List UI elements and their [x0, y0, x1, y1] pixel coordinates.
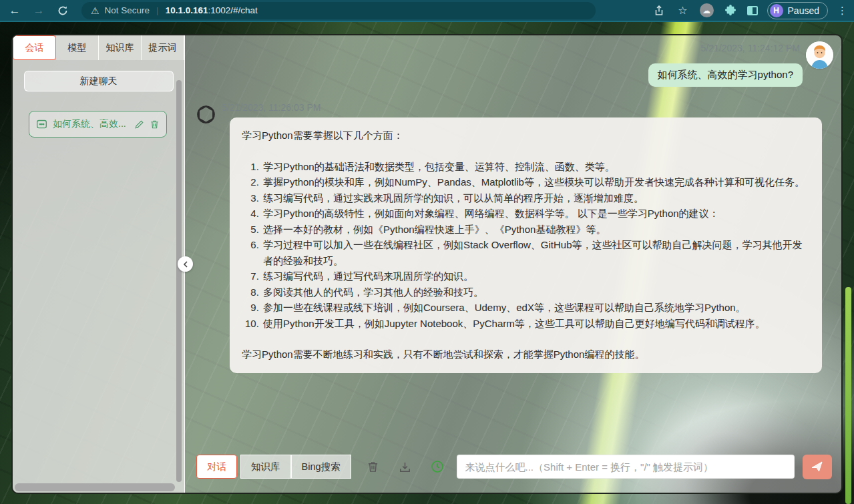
download-chat-icon[interactable]: [398, 459, 413, 474]
url-domain: 10.1.0.161: [166, 5, 208, 15]
assistant-list-item: 练习编写代码，通过写代码来巩固所学的知识。: [262, 268, 810, 284]
assistant-list-item: 参加一些在线课程或线下培训，例如Coursera、Udemy、edX等，这些课程…: [262, 300, 810, 316]
assistant-list-item: 学习Python的基础语法和数据类型，包括变量、运算符、控制流、函数、类等。: [262, 159, 810, 175]
assistant-list-item: 多阅读其他人的代码，学习其他人的经验和技巧。: [262, 284, 810, 300]
assistant-list-item: 学习过程中可以加入一些在线编程社区，例如Stack Overflow、GitHu…: [262, 237, 810, 268]
delete-trash-icon[interactable]: [150, 119, 160, 130]
assistant-outro: 学习Python需要不断地练习和实践，只有不断地尝试和探索，才能掌握Python…: [242, 346, 810, 362]
paper-plane-icon: [811, 460, 824, 473]
chat-area: 5/21/2023, 11:24:12 PM 如何系统、高效的学习python?: [185, 35, 841, 493]
sidebar-horizontal-scrollbar[interactable]: [15, 483, 175, 491]
sidebar-vertical-scrollbar[interactable]: [176, 80, 182, 482]
conversation-title: 如何系统、高效...: [53, 118, 129, 130]
forward-icon[interactable]: →: [29, 1, 48, 20]
send-button[interactable]: [803, 455, 832, 479]
assistant-message-panel: 学习Python需要掌握以下几个方面： 学习Python的基础语法和数据类型，包…: [230, 117, 822, 373]
browser-toolbar: ← → ⚠ Not Secure | 10.1.0.161:1002/#/cha…: [0, 0, 854, 22]
message-input[interactable]: [457, 455, 795, 479]
tab-prompts[interactable]: 提示词: [142, 35, 184, 60]
clear-chat-trash-icon[interactable]: [366, 459, 381, 474]
paused-label: Paused: [788, 5, 819, 16]
user-avatar: [806, 41, 833, 69]
assistant-list: 学习Python的基础语法和数据类型，包括变量、运算符、控制流、函数、类等。掌握…: [242, 159, 810, 332]
assistant-list-item: 选择一本好的教材，例如《Python编程快速上手》、《Python基础教程》等。: [262, 222, 810, 238]
not-secure-warning-icon: ⚠: [91, 5, 99, 16]
extensions-puzzle-icon[interactable]: [723, 3, 738, 18]
conversation-list-item[interactable]: 如何系统、高效...: [29, 111, 167, 138]
assistant-intro: 学习Python需要掌握以下几个方面：: [242, 128, 810, 144]
composer-bar: 对话 知识库 Bing搜索: [185, 454, 841, 479]
url-path: :1002/#/chat: [208, 5, 257, 15]
leaf-stem: [845, 287, 851, 504]
tab-models[interactable]: 模型: [56, 35, 99, 60]
sidebar-collapse-button[interactable]: [178, 256, 193, 272]
tab-conversations[interactable]: 会话: [13, 35, 56, 60]
chevron-left-icon: [182, 261, 189, 268]
assistant-list-item: 练习编写代码，通过实践来巩固所学的知识，可以从简单的程序开始，逐渐增加难度。: [262, 190, 810, 206]
mode-chat-button[interactable]: 对话: [196, 455, 237, 479]
profile-avatar: H: [770, 4, 783, 17]
edit-pencil-icon[interactable]: [134, 119, 144, 130]
mode-knowledge-base-button[interactable]: 知识库: [240, 455, 291, 479]
sidebar-tabbar: 会话 模型 知识库 提示词: [13, 35, 184, 60]
browser-menu-icon[interactable]: ⋮: [837, 5, 847, 17]
user-message-bubble: 如何系统、高效的学习python?: [648, 63, 803, 87]
share-icon[interactable]: [652, 3, 666, 18]
mode-bing-search-button[interactable]: Bing搜索: [291, 455, 351, 479]
security-label: Not Secure: [105, 5, 150, 15]
address-bar[interactable]: ⚠ Not Secure | 10.1.0.161:1002/#/chat: [81, 2, 596, 19]
user-message-timestamp: 5/21/2023, 11:24:12 PM: [701, 43, 800, 53]
cloud-extension-icon[interactable]: ☁: [700, 3, 714, 17]
assistant-list-item: 使用Python开发工具，例如Jupyter Notebook、PyCharm等…: [262, 316, 810, 332]
chat-bubble-icon: [36, 119, 47, 130]
reload-icon[interactable]: [53, 1, 72, 20]
history-clock-icon[interactable]: [430, 459, 445, 474]
chat-app-window: 会话 模型 知识库 提示词 新建聊天 如何系统、高效... 5/21/2023,…: [11, 34, 843, 494]
assistant-list-item: 学习Python的高级特性，例如面向对象编程、网络编程、数据科学等。 以下是一些…: [262, 206, 810, 222]
assistant-message-timestamp: 5/21/2023, 11:26:03 PM: [222, 102, 321, 113]
tab-knowledge-base[interactable]: 知识库: [99, 35, 142, 60]
profile-paused-pill[interactable]: H Paused: [767, 2, 828, 19]
assistant-openai-logo-icon: [194, 103, 218, 126]
side-panel-icon[interactable]: [747, 6, 758, 15]
back-icon[interactable]: ←: [5, 1, 24, 20]
assistant-list-item: 掌握Python的模块和库，例如NumPy、Pandas、Matplotlib等…: [262, 174, 810, 190]
bookmark-star-icon[interactable]: ☆: [676, 3, 690, 18]
new-chat-button[interactable]: 新建聊天: [24, 71, 174, 91]
sidebar: 会话 模型 知识库 提示词 新建聊天 如何系统、高效...: [13, 35, 185, 493]
